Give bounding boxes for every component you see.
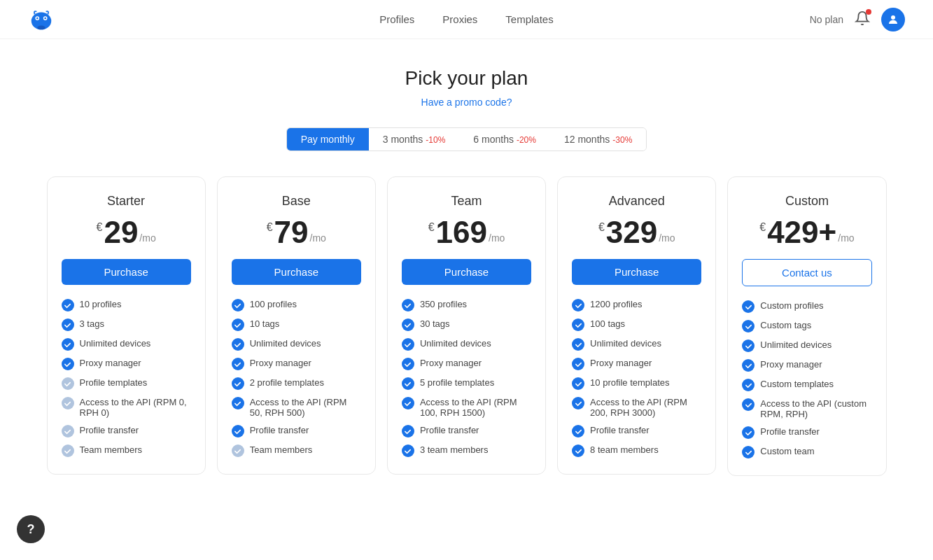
nav-proxies[interactable]: Proxies: [442, 13, 477, 25]
billing-3months[interactable]: 3 months-10%: [369, 128, 460, 150]
billing-12months[interactable]: 12 months-30%: [550, 128, 646, 150]
feature-item: Unlimited devices: [62, 338, 191, 351]
feature-icon: [742, 340, 755, 352]
feature-icon: [742, 446, 755, 458]
feature-item: 100 profiles: [232, 299, 361, 312]
nav-profiles[interactable]: Profiles: [379, 13, 414, 25]
notification-dot: [866, 9, 871, 15]
main-content: Pick your plan Have a promo code? Pay mo…: [0, 39, 933, 504]
purchase-button-advanced[interactable]: Purchase: [572, 259, 701, 285]
price-currency: €: [97, 221, 103, 234]
feature-text: Proxy manager: [80, 358, 141, 368]
feature-text: Access to the API (RPM 100, RPH 1500): [420, 397, 531, 418]
promo-link[interactable]: Have a promo code?: [421, 97, 512, 108]
feature-icon: [232, 397, 244, 410]
plan-price-custom: € 429+ /mo: [742, 217, 871, 248]
feature-item: Profile templates: [62, 377, 191, 390]
feature-icon: [402, 358, 414, 370]
plan-price-advanced: € 329 /mo: [572, 217, 701, 248]
feature-item: Custom profiles: [742, 300, 871, 313]
feature-icon: [62, 425, 74, 438]
feature-item: 10 tags: [232, 318, 361, 331]
plan-name-base: Base: [232, 194, 361, 209]
plan-name-starter: Starter: [62, 194, 191, 209]
feature-item: Custom team: [742, 446, 871, 458]
feature-text: Profile transfer: [760, 426, 820, 437]
help-button[interactable]: ?: [17, 515, 45, 543]
billing-monthly[interactable]: Pay monthly: [287, 128, 369, 150]
feature-item: Proxy manager: [402, 358, 531, 370]
feature-text: Access to the API (RPM 200, RPH 3000): [590, 397, 701, 418]
feature-icon: [572, 358, 584, 370]
feature-icon: [232, 338, 244, 351]
feature-icon: [402, 425, 414, 438]
feature-icon: [572, 397, 584, 410]
billing-6months[interactable]: 6 months-20%: [459, 128, 550, 150]
plan-price-starter: € 29 /mo: [62, 217, 191, 248]
feature-list-team: 350 profiles 30 tags Unlimited devices: [402, 299, 531, 457]
price-amount: 429+: [767, 217, 836, 248]
price-currency: €: [267, 221, 273, 234]
purchase-button-base[interactable]: Purchase: [232, 259, 361, 285]
price-currency: €: [598, 221, 605, 234]
plan-name-advanced: Advanced: [572, 194, 701, 209]
feature-icon: [232, 444, 244, 457]
feature-text: 1200 profiles: [590, 299, 642, 309]
feature-icon: [402, 377, 414, 390]
feature-icon: [62, 299, 74, 312]
feature-item: Access to the API (RPM 200, RPH 3000): [572, 397, 701, 418]
feature-item: Unlimited devices: [742, 340, 871, 352]
feature-icon: [572, 299, 584, 312]
feature-item: 10 profile templates: [572, 377, 701, 390]
price-amount: 29: [104, 217, 138, 248]
contact-button-custom[interactable]: Contact us: [742, 259, 871, 286]
plan-price-team: € 169 /mo: [402, 217, 531, 248]
feature-text: Team members: [250, 444, 313, 455]
feature-item: Proxy manager: [742, 359, 871, 372]
feature-item: Unlimited devices: [572, 338, 701, 351]
feature-text: Unlimited devices: [760, 340, 832, 350]
avatar[interactable]: [881, 8, 905, 31]
feature-list-custom: Custom profiles Custom tags Unlimited de…: [742, 300, 871, 458]
feature-icon: [742, 359, 755, 372]
feature-text: Custom tags: [760, 320, 811, 330]
price-period: /mo: [139, 232, 155, 244]
feature-item: 350 profiles: [402, 299, 531, 312]
feature-item: Profile transfer: [62, 425, 191, 438]
header: Profiles Proxies Templates No plan: [0, 0, 933, 39]
feature-icon: [572, 425, 584, 438]
feature-text: 350 profiles: [420, 299, 467, 309]
logo-icon: [28, 6, 55, 33]
purchase-button-team[interactable]: Purchase: [402, 259, 531, 285]
feature-item: 8 team members: [572, 444, 701, 457]
billing-toggle: Pay monthly 3 months-10% 6 months-20% 12…: [286, 127, 647, 151]
nav-templates[interactable]: Templates: [505, 13, 553, 25]
feature-text: 3 tags: [80, 318, 104, 329]
purchase-button-starter[interactable]: Purchase: [62, 259, 191, 285]
feature-text: Access to the API (RPM 50, RPH 500): [250, 397, 361, 418]
feature-item: Profile transfer: [742, 426, 871, 439]
feature-text: 8 team members: [590, 444, 659, 455]
feature-icon: [742, 320, 755, 332]
price-period: /mo: [489, 232, 505, 244]
feature-text: Custom templates: [760, 379, 834, 389]
feature-text: Unlimited devices: [590, 338, 661, 349]
feature-item: 100 tags: [572, 318, 701, 331]
feature-item: Access to the API (RPM 0, RPH 0): [62, 397, 191, 418]
feature-icon: [402, 338, 414, 351]
feature-text: 3 team members: [420, 444, 489, 455]
plan-name-team: Team: [402, 194, 531, 209]
price-amount: 329: [606, 217, 657, 248]
price-period: /mo: [659, 232, 675, 244]
feature-text: Proxy manager: [590, 358, 652, 368]
feature-item: Profile transfer: [232, 425, 361, 438]
price-period: /mo: [838, 232, 854, 244]
feature-text: Team members: [80, 444, 143, 455]
feature-icon: [232, 358, 244, 370]
feature-item: Unlimited devices: [402, 338, 531, 351]
bell-icon[interactable]: [855, 10, 870, 29]
header-right: No plan: [810, 8, 905, 31]
logo[interactable]: [28, 6, 55, 33]
feature-item: 2 profile templates: [232, 377, 361, 390]
plan-card-advanced: Advanced € 329 /mo Purchase 1200 profile…: [557, 176, 716, 475]
